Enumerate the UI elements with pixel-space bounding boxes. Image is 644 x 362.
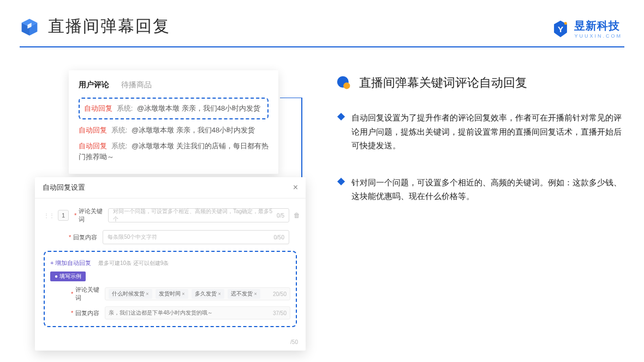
diamond-icon xyxy=(337,113,345,120)
tab-pending-products[interactable]: 待播商品 xyxy=(121,80,152,90)
diamond-icon xyxy=(337,177,345,185)
comment-text: @冰墩墩本墩 关注我们的店铺，每日都有热门推荐呦～ xyxy=(79,142,269,161)
counter: 37/50 xyxy=(273,310,287,316)
system-label: 系统: xyxy=(111,142,128,150)
keyword-input[interactable]: 对同一个问题，可设置多个相近、高频的关键词，Tag确定，最多5个 0/5 xyxy=(108,208,289,222)
tag-chip[interactable]: 什么时候发货× xyxy=(109,289,152,299)
bullet-item: 针对同一个问题，可设置多个相近的、高频的关键词。例如：这款多少钱、这块能优惠吗、… xyxy=(338,176,624,203)
keyword-label: 评论关键词 xyxy=(79,207,108,224)
add-auto-reply-link[interactable]: + 增加自动回复 xyxy=(50,260,91,266)
comment-line: 自动回复 系统: @冰墩墩本墩 亲亲，我们48小时内发货 xyxy=(79,125,269,136)
ex-keyword-input[interactable]: 什么时候发货× 发货时间× 多久发货× 迟不发货× 20/50 xyxy=(105,287,290,300)
drag-handle-icon[interactable]: ⋮⋮ xyxy=(44,213,55,219)
settings-title: 自动回复设置 xyxy=(43,183,85,192)
input-placeholder: 对同一个问题，可设置多个相近、高频的关键词，Tag确定，最多5个 xyxy=(113,208,275,223)
required-star: * xyxy=(71,310,73,316)
comment-text: @冰墩墩本墩 亲亲，我们48小时内发货 xyxy=(137,104,260,112)
content-label: 回复内容 xyxy=(73,233,103,242)
page-title: 直播间弹幕回复 xyxy=(48,15,170,38)
ex-content-value: 亲，我们这边都是下单48小时内发货的哦～ xyxy=(109,309,213,317)
bullet-text: 针对同一个问题，可设置多个相近的、高频的关键词。例如：这款多少钱、这块能优惠吗、… xyxy=(351,176,624,203)
svg-point-7 xyxy=(343,82,350,89)
system-label: 系统: xyxy=(117,104,133,112)
svg-point-5 xyxy=(564,22,567,25)
counter: 0/50 xyxy=(274,234,284,240)
content-input[interactable]: 每条限50个中文字符 0/50 xyxy=(103,230,289,244)
brand-icon: Y xyxy=(551,20,570,38)
brand-name: 昱新科技 xyxy=(574,19,622,33)
tabs: 用户评论 待播商品 xyxy=(79,80,269,90)
brand: Y 昱新科技 YUUXIN.COM xyxy=(551,19,622,39)
highlighted-comment: 自动回复 系统: @冰墩墩本墩 亲亲，我们48小时内发货 xyxy=(79,98,269,119)
ex-content-label: 回复内容 xyxy=(75,309,105,317)
close-icon[interactable]: × xyxy=(293,183,298,192)
input-placeholder: 每条限50个中文字符 xyxy=(108,233,157,241)
row-index: 1 xyxy=(58,210,69,221)
section-title: 直播间弹幕关键词评论自动回复 xyxy=(359,76,527,89)
ex-content-input[interactable]: 亲，我们这边都是下单48小时内发货的哦～ 37/50 xyxy=(105,306,290,319)
tag-chip[interactable]: 迟不发货× xyxy=(228,289,260,299)
counter: 0/5 xyxy=(277,213,284,219)
comment-line: 自动回复 系统: @冰墩墩本墩 关注我们的店铺，每日都有热门推荐呦～ xyxy=(79,141,269,162)
example-badge: ● 填写示例 xyxy=(50,272,86,281)
system-label: 系统: xyxy=(111,126,128,134)
comment-text: @冰墩墩本墩 亲亲，我们48小时内发货 xyxy=(132,126,255,134)
add-hint: 最多可建10条 还可以创建9条 xyxy=(98,260,169,266)
counter: 20/50 xyxy=(273,291,287,297)
bullet-item: 自动回复设置为了提升作者的评论回复效率，作者可在开播前针对常见的评论用户问题，提… xyxy=(338,111,624,153)
bottom-counter: /50 xyxy=(35,339,306,351)
cube-icon xyxy=(20,17,39,37)
auto-reply-badge: 自动回复 xyxy=(79,126,107,134)
svg-text:Y: Y xyxy=(558,24,563,33)
tag-chip[interactable]: 发货时间× xyxy=(156,289,188,299)
tag-chip[interactable]: 多久发货× xyxy=(192,289,224,299)
brand-sub: YUUXIN.COM xyxy=(574,33,622,39)
required-star: * xyxy=(74,212,76,219)
tab-user-comments[interactable]: 用户评论 xyxy=(79,80,109,90)
auto-reply-badge: 自动回复 xyxy=(84,104,112,112)
required-star: * xyxy=(71,291,73,297)
ex-keyword-label: 评论关键词 xyxy=(75,286,105,302)
chat-bubble-icon xyxy=(336,75,351,90)
auto-reply-badge: 自动回复 xyxy=(79,142,107,150)
settings-card: 自动回复设置 × ⋮⋮ 1 * 评论关键词 对同一个问题，可设置多个相近、高频的… xyxy=(35,177,306,351)
required-star: * xyxy=(69,234,71,240)
bullet-text: 自动回复设置为了提升作者的评论回复效率，作者可在开播前针对常见的评论用户问题，提… xyxy=(351,111,624,153)
comment-card: 用户评论 待播商品 自动回复 系统: @冰墩墩本墩 亲亲，我们48小时内发货 自… xyxy=(69,70,278,174)
example-highlight-box: + 增加自动回复 最多可建10条 还可以创建9条 ● 填写示例 * 评论关键词 … xyxy=(44,251,297,327)
delete-icon[interactable]: 🗑 xyxy=(294,212,300,219)
